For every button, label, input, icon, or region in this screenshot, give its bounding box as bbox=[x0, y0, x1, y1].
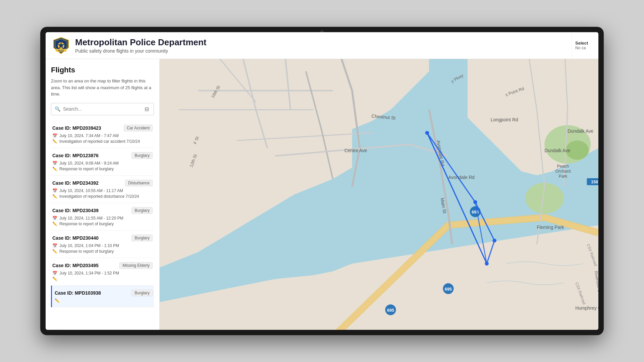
police-badge-logo: POLICE bbox=[52, 37, 70, 54]
svg-text:695: 695 bbox=[445, 287, 452, 292]
case-item[interactable]: Case ID: MPD2039423 Car Accident 📅 July … bbox=[51, 121, 154, 148]
case-id: Case ID: MPD234392 bbox=[52, 180, 99, 186]
case-description: Response to report of burglary bbox=[59, 167, 114, 171]
case-tag: Car Accident bbox=[124, 125, 153, 131]
svg-text:Orchard: Orchard bbox=[555, 169, 571, 174]
filter-button[interactable]: ⊟ bbox=[143, 105, 150, 113]
case-id: Case ID: MPD103938 bbox=[55, 290, 101, 296]
pencil-icon: ✏️ bbox=[52, 222, 57, 226]
case-desc-row: ✏️ Response to report of burglary bbox=[52, 222, 153, 226]
flights-title: Flights bbox=[51, 66, 154, 74]
svg-text:Fleming Park: Fleming Park bbox=[537, 225, 564, 230]
main-content: Flights Zoom to an area on the map to fi… bbox=[46, 59, 598, 330]
header: POLICE Metropolitan Police Department Pu… bbox=[46, 32, 598, 59]
case-tag: Burglary bbox=[131, 207, 153, 214]
case-tag: Disturbance bbox=[125, 180, 153, 186]
case-item[interactable]: Case ID: MPD234392 Disturbance 📅 July 10… bbox=[51, 176, 154, 203]
select-label: Select bbox=[575, 41, 588, 46]
case-header: Case ID: MPD234392 Disturbance bbox=[52, 180, 153, 186]
case-tag: Burglary bbox=[131, 290, 153, 296]
flights-description: Zoom to an area on the map to filter fli… bbox=[51, 78, 154, 98]
svg-text:POLICE: POLICE bbox=[58, 50, 64, 52]
case-date: July 10, 2024, 10:55 AM - 11:17 AM bbox=[59, 188, 123, 193]
svg-text:Peach: Peach bbox=[557, 164, 569, 169]
case-item[interactable]: Case ID: MPD123876 Burglary 📅 July 10, 2… bbox=[51, 148, 154, 176]
header-subtitle: Public safety drone flights in your comm… bbox=[75, 48, 592, 54]
svg-text:Park: Park bbox=[558, 174, 568, 179]
case-id: Case ID: MPD230439 bbox=[52, 208, 99, 213]
search-input[interactable] bbox=[63, 106, 143, 112]
device-frame: POLICE Metropolitan Police Department Pu… bbox=[40, 27, 604, 335]
case-date: July 10, 2024, 7:34 AM - 7:47 AM bbox=[59, 133, 119, 138]
case-header: Case ID: MPD203495 Missing Elderly bbox=[52, 262, 153, 269]
case-meta: 📅 July 10, 2024, 7:34 AM - 7:47 AM bbox=[52, 133, 153, 138]
svg-text:Centre Ave: Centre Ave bbox=[344, 148, 367, 153]
case-desc-row: ✏️ Response to report of burglary bbox=[52, 249, 153, 254]
case-desc-row: ✏️ bbox=[55, 298, 153, 303]
header-select-panel[interactable]: Select No ca bbox=[572, 32, 598, 59]
svg-point-53 bbox=[485, 262, 489, 265]
svg-point-50 bbox=[425, 131, 429, 135]
case-id: Case ID: MPD230440 bbox=[52, 235, 99, 241]
case-item[interactable]: Case ID: MPD230440 Burglary 📅 July 10, 2… bbox=[51, 231, 154, 258]
case-tag: Burglary bbox=[131, 235, 153, 241]
case-header: Case ID: MPD103938 Burglary bbox=[55, 290, 153, 296]
svg-point-51 bbox=[473, 200, 477, 204]
case-meta: 📅 July 10, 2024, 10:55 AM - 11:17 AM bbox=[52, 188, 153, 193]
case-header: Case ID: MPD2039423 Car Accident bbox=[52, 125, 153, 131]
case-header: Case ID: MPD230440 Burglary bbox=[52, 235, 153, 241]
cases-list: Case ID: MPD2039423 Car Accident 📅 July … bbox=[51, 121, 154, 307]
case-item[interactable]: Case ID: MPD203495 Missing Elderly 📅 Jul… bbox=[51, 258, 154, 286]
sidebar: Flights Zoom to an area on the map to fi… bbox=[46, 59, 160, 330]
svg-text:Longpoint Rd: Longpoint Rd bbox=[491, 117, 518, 122]
sidebar-inner: Flights Zoom to an area on the map to fi… bbox=[46, 59, 159, 330]
svg-point-52 bbox=[492, 239, 496, 242]
case-header: Case ID: MPD123876 Burglary bbox=[52, 152, 153, 159]
case-id: Case ID: MPD2039423 bbox=[52, 125, 101, 131]
header-title: Metropolitan Police Department bbox=[75, 37, 592, 48]
case-description: Investigation of reported car accident 7… bbox=[59, 139, 140, 144]
case-item[interactable]: Case ID: MPD230439 Burglary 📅 July 10, 2… bbox=[51, 203, 154, 231]
svg-text:Avondale Rd: Avondale Rd bbox=[448, 175, 475, 180]
case-meta: 📅 July 10, 2024, 1:04 PM - 1:10 PM bbox=[52, 243, 153, 248]
svg-text:Dundalk Ave: Dundalk Ave bbox=[544, 148, 570, 153]
case-id: Case ID: MPD203495 bbox=[52, 263, 99, 268]
calendar-icon: 📅 bbox=[52, 216, 57, 221]
svg-text:Humphrey Creek: Humphrey Creek bbox=[575, 306, 598, 311]
header-text: Metropolitan Police Department Public sa… bbox=[75, 37, 592, 54]
case-meta: 📅 July 10, 2024, 1:34 PM - 1:52 PM bbox=[52, 271, 153, 276]
map-svg: 695 695 158 695 bbox=[160, 59, 598, 330]
pencil-icon: ✏️ bbox=[52, 194, 57, 199]
case-desc-row: ✏️ Investigation of reported disturbance… bbox=[52, 194, 153, 199]
svg-text:158: 158 bbox=[591, 180, 598, 184]
pencil-icon: ✏️ bbox=[55, 298, 60, 303]
case-desc-row: ✏️ Investigation of reported car acciden… bbox=[52, 139, 153, 144]
case-date: July 10, 2024, 9:08 AM - 9:24 AM bbox=[59, 161, 119, 166]
pencil-icon: ✏️ bbox=[52, 277, 57, 281]
search-bar[interactable]: 🔍 ⊟ bbox=[51, 103, 154, 115]
screen: POLICE Metropolitan Police Department Pu… bbox=[46, 32, 598, 330]
case-item[interactable]: Case ID: MPD103938 Burglary ✏️ bbox=[51, 286, 154, 307]
case-description: Response to report of burglary bbox=[59, 222, 114, 226]
select-value: No ca bbox=[575, 46, 586, 50]
map-area[interactable]: 695 695 158 695 bbox=[160, 59, 598, 330]
case-header: Case ID: MPD230439 Burglary bbox=[52, 207, 153, 214]
case-id: Case ID: MPD123876 bbox=[52, 153, 99, 158]
case-date: July 10, 2024, 1:04 PM - 1:10 PM bbox=[59, 243, 119, 248]
case-date: July 10, 2024, 1:34 PM - 1:52 PM bbox=[59, 271, 119, 276]
svg-text:Dundalk Ave: Dundalk Ave bbox=[568, 129, 593, 134]
case-description: Response to report of burglary bbox=[59, 249, 114, 254]
svg-text:695: 695 bbox=[387, 308, 394, 313]
pencil-icon: ✏️ bbox=[52, 139, 57, 144]
calendar-icon: 📅 bbox=[52, 243, 57, 248]
calendar-icon: 📅 bbox=[52, 271, 57, 276]
pencil-icon: ✏️ bbox=[52, 167, 57, 171]
calendar-icon: 📅 bbox=[52, 188, 57, 193]
calendar-icon: 📅 bbox=[52, 161, 57, 166]
case-date: July 10, 2024, 11:55 AM - 12:20 PM bbox=[59, 216, 123, 221]
case-tag: Burglary bbox=[131, 152, 153, 159]
pencil-icon: ✏️ bbox=[52, 249, 57, 254]
case-tag: Missing Elderly bbox=[119, 262, 153, 269]
case-description: Investigation of reported disturbance 7/… bbox=[59, 194, 139, 199]
case-desc-row: ✏️ bbox=[52, 277, 153, 281]
